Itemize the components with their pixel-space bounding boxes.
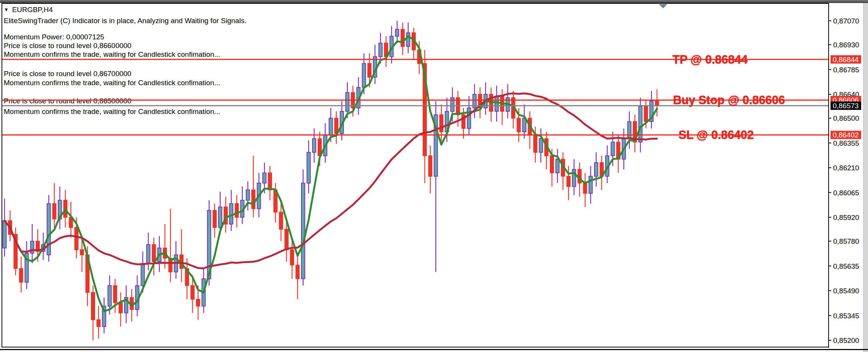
bull-candle-body	[219, 207, 222, 227]
price-axis[interactable]: 0,870700,869300,867850,866400,865000,863…	[829, 3, 861, 348]
bear-candle-body	[290, 250, 294, 265]
price-chart-canvas[interactable]: TP @ 0.86844Buy Stop @ 0.86606SL @ 0.864…	[0, 0, 868, 352]
bear-candle-body	[584, 183, 587, 193]
bear-candle-body	[197, 299, 200, 306]
bear-candle-body	[91, 293, 95, 320]
bear-candle-body	[440, 115, 443, 132]
axis-tick-label: 0,86065	[833, 189, 859, 197]
bull-candle-body	[346, 93, 349, 112]
bull-candle-body	[379, 43, 382, 57]
bull-candle-body	[329, 118, 333, 135]
bear-candle-body	[152, 245, 156, 262]
stop-loss-label[interactable]: SL @ 0.86402	[679, 128, 754, 142]
bear-candle-body	[268, 173, 272, 190]
axis-tick-label: 0,85780	[833, 237, 859, 245]
axis-tick-label: 0,86785	[833, 66, 859, 74]
bull-candle-body	[628, 121, 631, 139]
bear-candle-body	[19, 268, 23, 282]
axis-tick-label: 0,87070	[833, 17, 859, 25]
bear-candle-body	[213, 210, 216, 227]
chart-shift-marker-icon[interactable]	[659, 4, 667, 8]
bull-candle-body	[639, 106, 642, 142]
bear-candle-body	[252, 190, 255, 209]
bull-candle-body	[395, 30, 399, 36]
bull-candle-body	[467, 108, 471, 128]
bear-candle-body	[80, 250, 84, 255]
axis-tick-label: 0,86500	[833, 114, 859, 122]
bear-candle-body	[279, 212, 283, 229]
bull-candle-body	[47, 204, 50, 255]
fast-ma-line[interactable]	[5, 36, 657, 312]
bull-candle-body	[307, 153, 311, 183]
axis-tick-label: 0,85200	[833, 336, 859, 344]
axis-tick-label: 0,85920	[833, 213, 859, 221]
bear-candle-body	[191, 286, 194, 299]
bull-candle-body	[141, 263, 145, 286]
bull-candle-body	[108, 286, 111, 306]
bull-candle-body	[147, 245, 150, 263]
buy-stop-label[interactable]: Buy Stop @ 0.86606	[673, 93, 785, 107]
bull-candle-body	[611, 142, 615, 156]
take-profit-price-badge-text: 0,86844	[833, 56, 859, 64]
axis-tick-label: 0,86355	[833, 139, 859, 147]
bear-candle-body	[550, 156, 554, 173]
bull-candle-body	[406, 33, 410, 47]
bear-candle-body	[655, 101, 659, 106]
bear-candle-body	[235, 204, 239, 217]
bull-candle-body	[301, 183, 305, 279]
take-profit-label[interactable]: TP @ 0.86844	[673, 53, 748, 66]
bear-candle-body	[368, 64, 371, 77]
current-price-badge-text: 0,86573	[833, 102, 859, 110]
bull-candle-body	[246, 190, 250, 200]
mt4-chart-window: ▼EURGBP,H4 EliteSwingTrader (C) Indicato…	[0, 0, 868, 352]
bear-candle-body	[517, 118, 520, 132]
bear-candle-body	[296, 265, 299, 279]
bear-candle-body	[75, 227, 78, 250]
plot-area[interactable]: TP @ 0.86844Buy Stop @ 0.86606SL @ 0.864…	[2, 21, 829, 340]
stop-loss-price-badge-text: 0,86402	[833, 131, 859, 139]
bull-candle-body	[495, 96, 498, 112]
bear-candle-body	[644, 106, 648, 122]
bear-candle-body	[97, 320, 100, 327]
bull-candle-body	[595, 163, 598, 176]
bull-candle-body	[312, 139, 316, 152]
bear-candle-body	[567, 176, 570, 187]
bull-candle-body	[589, 176, 592, 193]
bear-candle-body	[114, 286, 117, 303]
bear-candle-body	[285, 229, 288, 250]
bear-candle-body	[119, 303, 122, 313]
bull-candle-body	[362, 64, 366, 87]
axis-tick-label: 0,86210	[833, 164, 859, 172]
bear-candle-body	[534, 135, 537, 152]
bear-candle-body	[53, 204, 56, 219]
axis-tick-label: 0,85635	[833, 262, 859, 270]
axis-tick-label: 0,85490	[833, 287, 859, 295]
axis-tick-label: 0,86930	[833, 41, 859, 49]
bear-candle-body	[401, 30, 404, 47]
bull-candle-body	[263, 173, 266, 183]
bull-candle-body	[556, 159, 559, 173]
axis-tick-label: 0,85345	[833, 312, 859, 320]
candles-layer[interactable]	[3, 21, 659, 340]
bull-candle-body	[3, 221, 6, 248]
bull-candle-body	[229, 204, 233, 224]
bear-candle-body	[429, 156, 432, 176]
bull-candle-body	[539, 139, 543, 152]
bear-candle-body	[64, 200, 67, 217]
